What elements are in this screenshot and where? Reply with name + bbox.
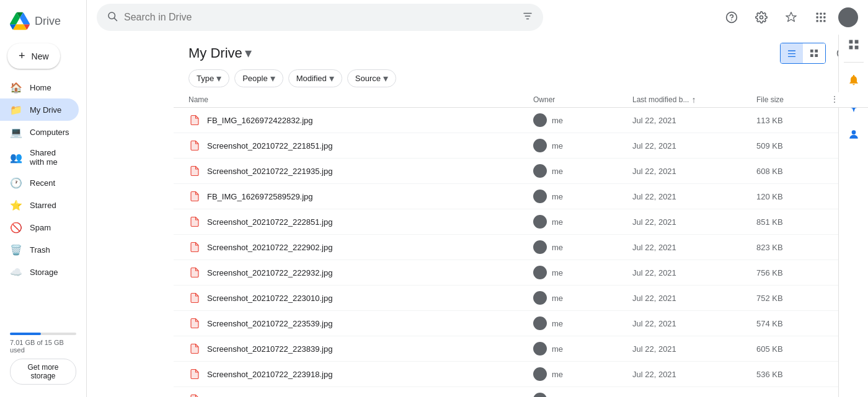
grid-view-button[interactable] xyxy=(803,43,825,63)
file-icon xyxy=(188,393,201,397)
file-icon xyxy=(188,342,201,355)
sidebar-item-trash[interactable]: 🗑️Trash xyxy=(0,238,79,261)
filter-chip-people[interactable]: People▾ xyxy=(234,69,283,87)
table-row[interactable]: Screenshot_20210722_222932.jpg me Jul 22… xyxy=(174,260,868,286)
settings-button[interactable] xyxy=(749,5,774,30)
table-row[interactable]: Screenshot_20210722_223935.jpg me Jul 22… xyxy=(174,387,868,397)
file-icon xyxy=(188,241,201,253)
sidebar-item-my-drive[interactable]: 📁My Drive xyxy=(0,98,79,121)
sidebar-item-recent[interactable]: 🕐Recent xyxy=(0,172,79,194)
sidebar-item-starred[interactable]: ⭐Starred xyxy=(0,194,79,216)
sidebar-item-label-trash: Trash xyxy=(30,245,50,255)
owner-avatar xyxy=(533,139,547,152)
new-button-label: New xyxy=(32,51,49,61)
owner-cell: me xyxy=(533,190,632,203)
owner-text: me xyxy=(552,192,563,201)
title-dropdown-icon[interactable]: ▾ xyxy=(245,45,252,61)
svg-point-3 xyxy=(731,19,732,20)
list-view-button[interactable] xyxy=(781,43,803,63)
table-row[interactable]: Screenshot_20210722_222902.jpg me Jul 22… xyxy=(174,235,868,260)
sidebar-item-computers[interactable]: 💻Computers xyxy=(0,121,79,143)
size-cell: 752 KB xyxy=(756,294,831,303)
filter-chip-source[interactable]: Source▾ xyxy=(347,69,396,87)
svg-point-30 xyxy=(851,130,856,134)
svg-rect-9 xyxy=(820,16,822,18)
file-icon xyxy=(188,190,201,203)
help-button[interactable] xyxy=(719,5,744,30)
file-name: FB_IMG_1626972589529.jpg xyxy=(207,192,313,201)
sidebar-item-label-spam: Spam xyxy=(30,223,51,232)
svg-point-4 xyxy=(760,16,763,19)
owner-text: me xyxy=(552,395,563,398)
file-icon xyxy=(188,292,201,304)
table-row[interactable]: Screenshot_20210722_223839.jpg me Jul 22… xyxy=(174,336,868,362)
owner-cell: me xyxy=(533,139,632,152)
search-input[interactable] xyxy=(124,12,516,23)
panel-divider xyxy=(844,62,864,63)
get-more-storage-button[interactable]: Get more storage xyxy=(10,359,76,385)
view-toggle xyxy=(780,43,826,64)
svg-rect-12 xyxy=(820,20,822,22)
sidebar-item-label-my-drive: My Drive xyxy=(30,105,61,115)
panel-contacts-icon[interactable] xyxy=(841,122,866,147)
table-row[interactable]: Screenshot_20210722_222851.jpg me Jul 22… xyxy=(174,209,868,235)
table-row[interactable]: Screenshot_20210722_221935.jpg me Jul 22… xyxy=(174,159,868,184)
sidebar-item-spam[interactable]: 🚫Spam xyxy=(0,216,79,238)
file-name: Screenshot_20210722_221935.jpg xyxy=(207,167,332,176)
date-cell: Jul 22, 2021 xyxy=(632,192,756,201)
sort-arrow-icon: ↑ xyxy=(691,95,696,105)
sidebar-item-label-starred: Starred xyxy=(30,201,56,210)
drive-logo-icon xyxy=(10,11,30,31)
sidebar-item-label-shared: Shared with me xyxy=(30,148,69,167)
right-panel xyxy=(838,0,868,397)
owner-text: me xyxy=(552,370,563,379)
new-button[interactable]: + New xyxy=(7,43,60,69)
sidebar-item-storage[interactable]: ☁️Storage xyxy=(0,261,79,283)
panel-notification-icon[interactable] xyxy=(841,68,866,92)
home-icon: 🏠 xyxy=(10,81,22,94)
owner-cell: me xyxy=(533,342,632,356)
modified-column-header[interactable]: Last modified b... ↑ xyxy=(632,95,756,105)
size-cell: 574 KB xyxy=(756,319,831,328)
main-header: My Drive ▾ xyxy=(174,35,868,69)
file-name-cell: Screenshot_20210722_221935.jpg xyxy=(188,165,533,177)
filter-label-people: People xyxy=(242,74,267,83)
panel-grid-icon[interactable] xyxy=(841,32,866,57)
topbar-right xyxy=(719,5,858,30)
filter-arrow-modified: ▾ xyxy=(329,72,334,84)
date-cell: Jul 22, 2021 xyxy=(632,395,756,398)
size-column-header[interactable]: File size xyxy=(756,95,831,105)
file-name-cell: Screenshot_20210722_223539.jpg xyxy=(188,317,533,329)
app-logo[interactable]: Drive xyxy=(0,5,86,40)
apps-button[interactable] xyxy=(808,5,833,30)
date-cell: Jul 22, 2021 xyxy=(632,344,756,354)
sidebar-item-home[interactable]: 🏠Home xyxy=(0,76,79,98)
owner-avatar xyxy=(533,190,547,203)
sidebar-item-shared[interactable]: 👥Shared with me xyxy=(0,143,79,172)
name-column-header[interactable]: Name xyxy=(188,95,533,105)
table-row[interactable]: Screenshot_20210722_223539.jpg me Jul 22… xyxy=(174,311,868,336)
owner-avatar xyxy=(533,367,547,381)
user-avatar[interactable] xyxy=(838,7,858,27)
search-filter-icon[interactable] xyxy=(522,11,533,25)
file-name-cell: Screenshot_20210722_222902.jpg xyxy=(188,241,533,253)
table-row[interactable]: FB_IMG_1626972422832.jpg me Jul 22, 2021… xyxy=(174,108,868,133)
table-row[interactable]: Screenshot_20210722_223918.jpg me Jul 22… xyxy=(174,362,868,387)
table-row[interactable]: Screenshot_20210722_221851.jpg me Jul 22… xyxy=(174,133,868,159)
recent-icon: 🕐 xyxy=(10,177,22,189)
owner-text: me xyxy=(552,268,563,277)
app-title: Drive xyxy=(35,15,61,28)
table-row[interactable]: Screenshot_20210722_223010.jpg me Jul 22… xyxy=(174,286,868,311)
gemini-button[interactable] xyxy=(779,5,804,30)
owner-cell: me xyxy=(533,164,632,178)
owner-column-header[interactable]: Owner xyxy=(533,95,632,105)
file-name-cell: Screenshot_20210722_223839.jpg xyxy=(188,342,533,355)
filter-chip-modified[interactable]: Modified▾ xyxy=(288,69,342,87)
actions-column-header: ⋮ xyxy=(831,95,853,105)
size-cell: 756 KB xyxy=(756,268,831,277)
filter-chip-type[interactable]: Type▾ xyxy=(188,69,229,87)
svg-rect-16 xyxy=(810,54,813,57)
filter-arrow-people: ▾ xyxy=(270,72,275,84)
table-row[interactable]: FB_IMG_1626972589529.jpg me Jul 22, 2021… xyxy=(174,184,868,209)
file-list-header: Name Owner Last modified b... ↑ File siz… xyxy=(174,92,868,108)
